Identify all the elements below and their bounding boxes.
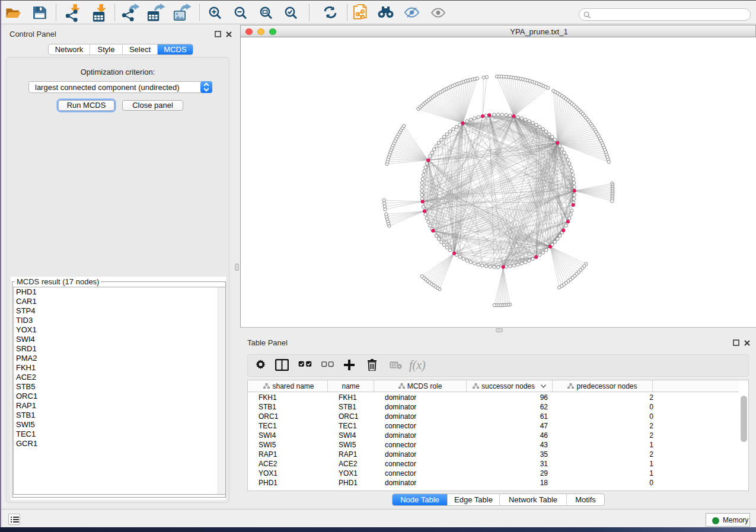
svg-text:f(x): f(x) [409,358,426,372]
